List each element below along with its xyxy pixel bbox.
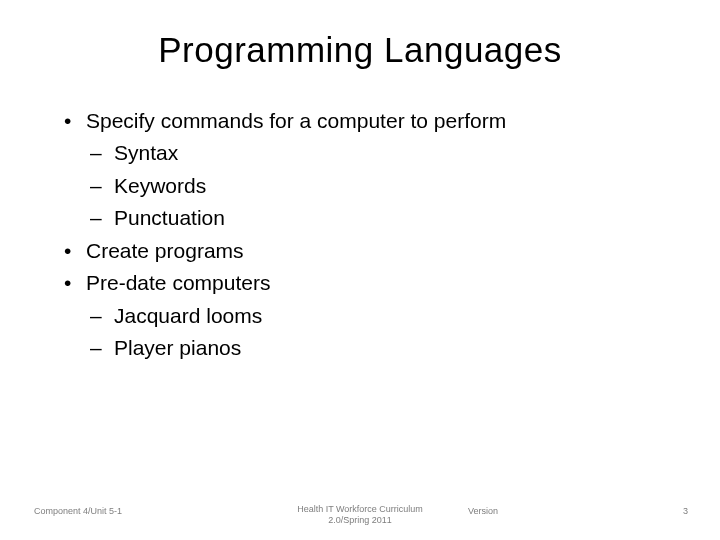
bullet-item: Create programs (58, 236, 662, 266)
sub-bullet-item: Keywords (86, 171, 662, 201)
slide-title: Programming Languages (58, 30, 662, 70)
sub-bullet-item: Punctuation (86, 203, 662, 233)
sub-bullet-text: Punctuation (114, 206, 225, 229)
footer-center-line2: 2.0/Spring 2011 (328, 515, 392, 525)
sub-bullet-text: Jacquard looms (114, 304, 262, 327)
sub-bullet-text: Keywords (114, 174, 206, 197)
bullet-text: Specify commands for a computer to perfo… (86, 109, 506, 132)
bullet-list: Specify commands for a computer to perfo… (58, 106, 662, 364)
bullet-item: Specify commands for a computer to perfo… (58, 106, 662, 234)
footer-version: Version (468, 506, 498, 516)
sub-bullet-item: Jacquard looms (86, 301, 662, 331)
slide-content: Specify commands for a computer to perfo… (58, 106, 662, 364)
footer-page-number: 3 (683, 506, 688, 516)
footer-center-line1: Health IT Workforce Curriculum (297, 504, 423, 514)
slide: Programming Languages Specify commands f… (0, 0, 720, 540)
bullet-text: Create programs (86, 239, 244, 262)
sub-bullet-item: Player pianos (86, 333, 662, 363)
footer-center: Health IT Workforce Curriculum 2.0/Sprin… (0, 504, 720, 526)
bullet-item: Pre-date computers Jacquard looms Player… (58, 268, 662, 363)
sub-bullet-text: Player pianos (114, 336, 241, 359)
sub-bullet-item: Syntax (86, 138, 662, 168)
sub-bullet-text: Syntax (114, 141, 178, 164)
sub-bullet-list: Jacquard looms Player pianos (86, 301, 662, 364)
bullet-text: Pre-date computers (86, 271, 270, 294)
sub-bullet-list: Syntax Keywords Punctuation (86, 138, 662, 233)
